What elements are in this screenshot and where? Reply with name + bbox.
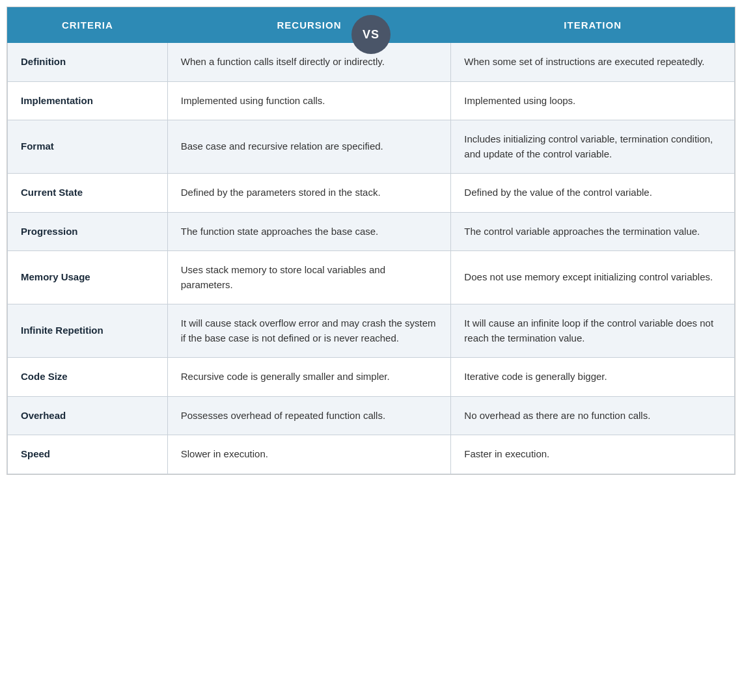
table-row: Code SizeRecursive code is generally sma…	[8, 358, 735, 397]
criteria-cell: Speed	[8, 435, 168, 474]
criteria-cell: Definition	[8, 43, 168, 82]
recursion-cell: Slower in execution.	[167, 435, 451, 474]
header-iteration: ITERATION	[451, 8, 735, 43]
recursion-cell: Uses stack memory to store local variabl…	[167, 251, 451, 304]
iteration-cell: Iterative code is generally bigger.	[451, 358, 735, 397]
iteration-cell: Includes initializing control variable, …	[451, 120, 735, 174]
criteria-cell: Infinite Repetition	[8, 304, 168, 358]
recursion-cell: The function state approaches the base c…	[167, 212, 451, 251]
recursion-cell: It will cause stack overflow error and m…	[167, 304, 451, 358]
iteration-cell: Defined by the value of the control vari…	[451, 174, 735, 213]
table-row: FormatBase case and recursive relation a…	[8, 120, 735, 174]
table-row: Memory UsageUses stack memory to store l…	[8, 251, 735, 304]
criteria-cell: Format	[8, 120, 168, 174]
comparison-table-wrapper: VS CRITERIA RECURSION ITERATION Definiti…	[7, 7, 735, 475]
criteria-cell: Implementation	[8, 81, 168, 120]
comparison-table: CRITERIA RECURSION ITERATION DefinitionW…	[7, 7, 735, 474]
table-body: DefinitionWhen a function calls itself d…	[8, 43, 735, 474]
table-row: ProgressionThe function state approaches…	[8, 212, 735, 251]
criteria-cell: Code Size	[8, 358, 168, 397]
criteria-cell: Current State	[8, 174, 168, 213]
recursion-cell: Base case and recursive relation are spe…	[167, 120, 451, 174]
iteration-cell: No overhead as there are no function cal…	[451, 396, 735, 435]
criteria-cell: Progression	[8, 212, 168, 251]
table-row: OverheadPossesses overhead of repeated f…	[8, 396, 735, 435]
iteration-cell: The control variable approaches the term…	[451, 212, 735, 251]
recursion-cell: Recursive code is generally smaller and …	[167, 358, 451, 397]
table-row: ImplementationImplemented using function…	[8, 81, 735, 120]
table-row: SpeedSlower in execution.Faster in execu…	[8, 435, 735, 474]
header-recursion: RECURSION	[167, 8, 451, 43]
recursion-cell: Implemented using function calls.	[167, 81, 451, 120]
table-row: Infinite RepetitionIt will cause stack o…	[8, 304, 735, 358]
iteration-cell: Does not use memory except initializing …	[451, 251, 735, 304]
vs-badge: VS	[351, 15, 391, 54]
iteration-cell: When some set of instructions are execut…	[451, 43, 735, 82]
recursion-cell: Defined by the parameters stored in the …	[167, 174, 451, 213]
iteration-cell: It will cause an infinite loop if the co…	[451, 304, 735, 358]
header-criteria: CRITERIA	[8, 8, 168, 43]
criteria-cell: Overhead	[8, 396, 168, 435]
recursion-cell: Possesses overhead of repeated function …	[167, 396, 451, 435]
iteration-cell: Faster in execution.	[451, 435, 735, 474]
iteration-cell: Implemented using loops.	[451, 81, 735, 120]
recursion-cell: When a function calls itself directly or…	[167, 43, 451, 82]
table-row: Current StateDefined by the parameters s…	[8, 174, 735, 213]
criteria-cell: Memory Usage	[8, 251, 168, 304]
